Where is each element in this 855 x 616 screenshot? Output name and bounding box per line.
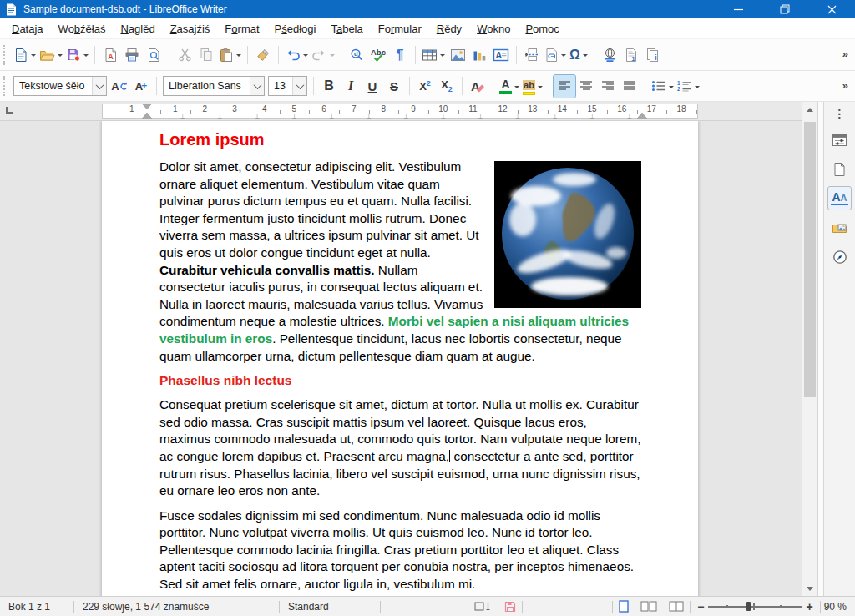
scroll-down-button[interactable] [802, 581, 817, 596]
book-view-button[interactable] [663, 600, 690, 613]
new-document-dropdown[interactable] [31, 54, 36, 59]
highlight-color-dropdown[interactable] [538, 86, 543, 91]
menu-item-nagld[interactable]: Naglěd [113, 20, 162, 38]
scrollbar-track[interactable] [802, 117, 817, 581]
subscript-button[interactable]: X2 [436, 75, 458, 98]
multi-page-view-button[interactable] [635, 600, 663, 613]
export-pdf-button[interactable]: A [99, 43, 121, 66]
zoom-slider-thumb[interactable] [746, 602, 751, 611]
sidebar-settings-icon[interactable]: ⋮ [834, 107, 846, 120]
redo-dropdown[interactable] [330, 54, 335, 59]
earth-image[interactable] [494, 161, 641, 308]
sidebar-gallery-tab[interactable] [828, 216, 851, 239]
menu-item-zasaji[interactable]: Zasajźiś [163, 20, 218, 38]
insert-field-button[interactable]: – [543, 43, 568, 66]
insert-table-dropdown[interactable] [440, 54, 445, 59]
update-style-button[interactable]: A [109, 75, 130, 98]
zoom-out-button[interactable]: − [697, 600, 704, 613]
redo-button[interactable] [310, 43, 336, 66]
tab-type-selector[interactable] [6, 107, 13, 114]
copy-button[interactable] [195, 43, 217, 66]
scrollbar-thumb[interactable] [804, 122, 816, 397]
paragraph-style-combo[interactable]: Tekstowe śěło [13, 76, 107, 96]
paragraph-style-dropdown[interactable] [92, 77, 106, 95]
page-number-status[interactable]: Bok 1 z 1 [0, 601, 73, 613]
menu-item-wokno[interactable]: Wokno [469, 20, 518, 38]
justify-button[interactable] [619, 75, 640, 98]
page-style-status[interactable]: Standard [280, 601, 380, 613]
sidebar-deck-border[interactable] [817, 102, 824, 596]
insert-table-button[interactable] [420, 43, 447, 66]
special-character-button[interactable]: Ω [568, 43, 589, 66]
menu-item-pomoc[interactable]: Pomoc [518, 20, 566, 38]
menu-item-woba[interactable]: Wobźěłaś [51, 20, 114, 38]
sidebar-page-tab[interactable] [828, 158, 851, 180]
insert-field-dropdown[interactable] [561, 54, 566, 59]
open-dropdown[interactable] [58, 54, 63, 59]
numbered-list-button[interactable]: 12 [675, 75, 701, 98]
print-preview-button[interactable] [143, 43, 164, 66]
clone-formatting-button[interactable] [252, 43, 274, 66]
underline-button[interactable]: U [362, 75, 383, 98]
menu-item-formular[interactable]: Formular [371, 20, 429, 38]
sidebar-properties-tab[interactable] [828, 129, 851, 151]
toolbar-grip[interactable] [3, 76, 8, 96]
document-subheading[interactable]: Phasellus nibh lectus [159, 373, 641, 388]
open-button[interactable] [38, 43, 64, 66]
font-color-dropdown[interactable] [514, 86, 519, 91]
zoom-slider[interactable] [708, 601, 802, 612]
numbered-list-dropdown[interactable] [695, 86, 700, 91]
new-document-button[interactable] [12, 43, 38, 66]
font-name-combo[interactable]: Liberation Sans [163, 76, 265, 96]
bullet-list-dropdown[interactable] [669, 86, 674, 91]
menu-item-tabela[interactable]: Tabela [323, 20, 370, 38]
bullet-list-button[interactable] [650, 75, 675, 98]
document-paragraph-3[interactable]: Fusce sodales dignissim mi sed condiment… [159, 507, 641, 593]
save-dropdown[interactable] [83, 54, 89, 59]
left-indent-marker[interactable] [142, 108, 152, 119]
document-paragraph-2[interactable]: Consequat pretium scelerisque sit amet, … [159, 396, 641, 500]
insert-page-break-button[interactable] [521, 43, 543, 66]
sidebar-styles-tab[interactable]: AA [828, 187, 851, 210]
undo-button[interactable] [283, 43, 310, 66]
close-button[interactable] [808, 0, 855, 18]
selection-mode-status[interactable] [468, 601, 498, 612]
find-replace-button[interactable]: d [346, 43, 367, 66]
align-left-button[interactable] [554, 75, 575, 98]
sidebar-navigator-tab[interactable] [828, 245, 851, 268]
insert-textbox-button[interactable]: A [490, 43, 512, 66]
menu-item-pedogi[interactable]: Pśedłogi [267, 20, 324, 38]
insert-chart-button[interactable] [468, 43, 490, 66]
new-style-button[interactable]: A + [130, 75, 152, 98]
font-color-button[interactable]: A [498, 75, 521, 98]
zoom-in-button[interactable]: + [806, 600, 812, 613]
minimize-button[interactable] [715, 0, 761, 18]
single-page-view-button[interactable] [613, 600, 635, 613]
document-modified-status[interactable] [498, 601, 522, 613]
toolbar-overflow-button[interactable]: » [839, 48, 855, 62]
bold-button[interactable]: B [318, 75, 340, 98]
font-name-dropdown[interactable] [250, 77, 264, 95]
save-button[interactable] [64, 43, 90, 66]
menu-item-dataja[interactable]: Dataja [4, 20, 51, 38]
align-right-button[interactable] [597, 75, 619, 98]
vertical-scrollbar[interactable] [802, 102, 817, 596]
insert-endnote-button[interactable]: i [642, 43, 664, 66]
special-character-dropdown[interactable] [583, 54, 588, 59]
right-indent-marker[interactable] [637, 108, 647, 119]
menu-item-rdy[interactable]: Rědy [429, 20, 469, 38]
font-size-combo[interactable]: 13 [268, 76, 307, 96]
insert-hyperlink-button[interactable] [599, 43, 620, 66]
document-paragraph-1[interactable]: Dolor sit amet, consectetur adipiscing e… [159, 159, 641, 365]
zoom-level-status[interactable]: 90 % [821, 601, 855, 613]
undo-dropdown[interactable] [303, 54, 308, 59]
scroll-up-button[interactable] [802, 102, 817, 117]
insert-footnote-button[interactable]: 1 [620, 43, 642, 66]
toolbar-overflow-button[interactable]: » [839, 79, 855, 93]
document-page[interactable]: Lorem ipsum [102, 121, 698, 596]
document-heading[interactable]: Lorem ipsum [159, 130, 641, 149]
font-size-dropdown[interactable] [292, 77, 306, 95]
word-count-status[interactable]: 229 słowje, 1 574 znamušce [74, 601, 279, 613]
insert-image-button[interactable] [447, 43, 468, 66]
superscript-button[interactable]: X2 [414, 75, 436, 98]
